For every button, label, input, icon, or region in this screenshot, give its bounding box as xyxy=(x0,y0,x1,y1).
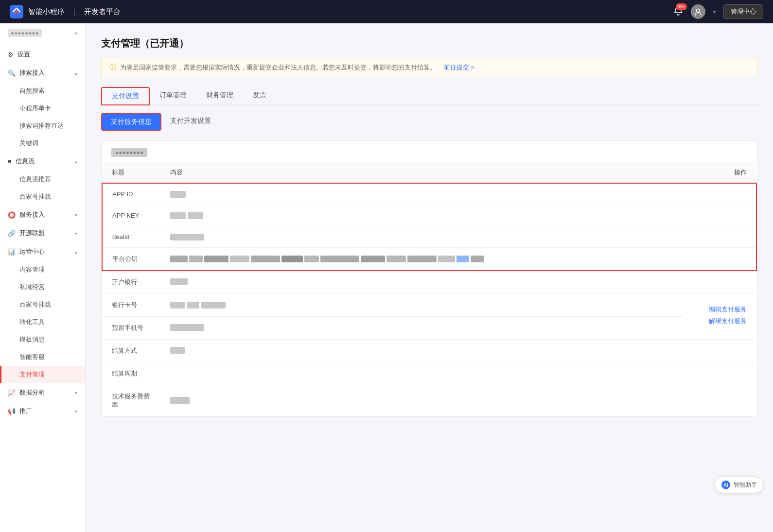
blur-block xyxy=(457,256,469,262)
sidebar-group-operations[interactable]: 📊 运营中心 ▴ xyxy=(0,242,85,261)
sidebar-group-promote[interactable]: 📢 推广 ▾ xyxy=(0,402,85,420)
sidebar-item-infoflow-recommend[interactable]: 信息流推荐 xyxy=(0,171,85,188)
col-header-title: 标题 xyxy=(102,162,160,183)
sidebar-item-payment[interactable]: 支付管理 xyxy=(0,366,85,383)
tab-finance-mgmt[interactable]: 财务管理 xyxy=(196,87,243,105)
logo: 智能小程序 | 开发者平台 xyxy=(10,5,121,18)
row-fee-action xyxy=(684,385,756,417)
unbind-payment-link[interactable]: 解绑支付服务 xyxy=(693,317,747,326)
sidebar-item-content-mgmt[interactable]: 内容管理 xyxy=(0,261,85,278)
row-pubkey-content xyxy=(160,248,684,271)
sidebar-item-baijiahao-mount[interactable]: 百家号挂载 xyxy=(0,188,85,206)
row-dealid-title: dealId xyxy=(102,226,160,248)
avatar[interactable] xyxy=(691,4,705,19)
sidebar-group-analytics[interactable]: 📈 数据分析 ▾ xyxy=(0,383,85,402)
secondary-tabs: 支付服务信息 支付开发设置 xyxy=(101,113,757,131)
sidebar-label-infoflow: 信息流 xyxy=(16,157,35,166)
edit-payment-link[interactable]: 编辑支付服务 xyxy=(693,305,747,314)
col-header-action: 操作 xyxy=(684,162,756,183)
sidebar-item-search-recommend[interactable]: 搜索词推荐直达 xyxy=(0,117,85,135)
notice-bar: ⓘ 为满足国家监管要求，需要您根据实际情况，重新提交企业和法人信息。若您未及时提… xyxy=(101,58,757,77)
row-appkey-title: APP KEY xyxy=(102,205,160,226)
sidebar-label-openalliance: 开源联盟 xyxy=(19,229,45,238)
row-bank-content xyxy=(160,271,684,294)
smart-assistant[interactable]: AI 智能助手 xyxy=(715,477,763,493)
sidebar-label-operations: 运营中心 xyxy=(19,247,45,256)
main-content: 支付管理（已开通） ⓘ 为满足国家监管要求，需要您根据实际情况，重新提交企业和法… xyxy=(86,23,773,532)
blur-block xyxy=(170,191,186,198)
logo-icon xyxy=(10,5,23,18)
infoflow-icon: ≡ xyxy=(8,158,12,165)
notification-bell[interactable]: 99+ xyxy=(673,6,683,17)
row-cardno-title: 银行卡号 xyxy=(102,294,160,317)
sidebar-item-settings[interactable]: ⚙ 设置 xyxy=(0,45,85,64)
row-bank-title: 开户银行 xyxy=(102,271,160,294)
primary-tabs: 支付设置 订单管理 财务管理 发票 xyxy=(101,87,757,105)
sidebar-item-template-msg[interactable]: 模板消息 xyxy=(0,331,85,348)
tab-payment-dev-settings[interactable]: 支付开发设置 xyxy=(161,113,220,131)
service-name: ●●●●●●●● xyxy=(102,141,757,162)
sidebar-item-conversion[interactable]: 转化工具 xyxy=(0,313,85,331)
bell-badge: 99+ xyxy=(676,3,687,11)
row-appid-content xyxy=(160,183,684,205)
chevron-down-icon: ▾ xyxy=(75,212,77,218)
openalliance-icon: 🔗 xyxy=(8,230,16,237)
sidebar-item-miniapp-card[interactable]: 小程序单卡 xyxy=(0,100,85,117)
tab-invoice[interactable]: 发票 xyxy=(243,87,276,105)
blur-block xyxy=(170,278,188,285)
sidebar-label-settings: 设置 xyxy=(18,50,30,59)
table-row: 预留手机号 xyxy=(102,317,756,340)
row-dealid-action xyxy=(684,226,756,248)
table-row: 银行卡号 编辑支付服务 解绑支付服务 xyxy=(102,294,756,317)
assistant-icon: AI xyxy=(721,480,731,490)
top-nav-right: 99+ ▾ 管理中心 xyxy=(673,4,763,19)
sidebar-group-infoflow[interactable]: ≡ 信息流 ▴ xyxy=(0,152,85,171)
sidebar-group-search[interactable]: 🔍 搜索接入 ▴ xyxy=(0,64,85,82)
blur-block xyxy=(170,212,186,219)
sidebar-item-smart-service[interactable]: 智能客服 xyxy=(0,348,85,366)
info-icon: ⓘ xyxy=(109,63,116,72)
chevron-up-icon: ▴ xyxy=(75,159,77,164)
sidebar-item-baijiahao-mount2[interactable]: 百家号挂载 xyxy=(0,296,85,313)
row-bank-action xyxy=(684,271,756,294)
sidebar-app-name: ●●●●●●●● xyxy=(8,29,42,37)
row-settlement-title: 结算方式 xyxy=(102,340,160,362)
table-row: APP ID xyxy=(102,183,756,205)
chevron-down-icon: ▾ xyxy=(75,231,77,236)
sidebar-item-keywords[interactable]: 关键词 xyxy=(0,135,85,152)
sidebar-item-natural-search[interactable]: 自然搜索 xyxy=(0,82,85,100)
tab-payment-settings[interactable]: 支付设置 xyxy=(101,87,150,105)
svg-point-1 xyxy=(697,9,700,13)
blur-block xyxy=(361,256,385,262)
chevron-down-icon: ▾ xyxy=(75,390,77,395)
sidebar-label-analytics: 数据分析 xyxy=(19,388,45,397)
sidebar-group-openalliance[interactable]: 🔗 开源联盟 ▾ xyxy=(0,224,85,242)
blur-block xyxy=(230,256,249,262)
sidebar: ●●●●●●●● ▾ ⚙ 设置 🔍 搜索接入 ▴ 自然搜索 小程序单卡 搜索词推… xyxy=(0,23,86,532)
promote-icon: 📢 xyxy=(8,408,16,415)
sidebar-top-item[interactable]: ●●●●●●●● ▾ xyxy=(0,23,85,43)
row-fee-title: 技术服务费费率 xyxy=(102,385,160,417)
chevron-up-icon: ▴ xyxy=(75,70,77,76)
blur-block xyxy=(251,256,280,262)
sidebar-item-private-domain[interactable]: 私域经营 xyxy=(0,278,85,296)
blur-block xyxy=(304,256,319,262)
settings-icon: ⚙ xyxy=(8,51,14,58)
sidebar-group-service[interactable]: ⭕ 服务接入 ▾ xyxy=(0,206,85,224)
row-cardno-action: 编辑支付服务 解绑支付服务 xyxy=(684,294,756,340)
platform-text: 开发者平台 xyxy=(84,7,121,17)
blur-block xyxy=(187,302,199,309)
blur-block xyxy=(170,256,188,262)
info-table: 标题 内容 操作 APP ID xyxy=(102,162,757,416)
blur-block xyxy=(188,212,203,219)
tab-payment-service-info[interactable]: 支付服务信息 xyxy=(101,113,161,131)
mgmt-center-button[interactable]: 管理中心 xyxy=(723,4,763,19)
row-cycle-content xyxy=(160,362,684,385)
layout: ●●●●●●●● ▾ ⚙ 设置 🔍 搜索接入 ▴ 自然搜索 小程序单卡 搜索词推… xyxy=(0,23,773,532)
blur-block xyxy=(320,256,359,262)
table-row: 平台公钥 xyxy=(102,248,756,271)
tab-order-mgmt[interactable]: 订单管理 xyxy=(150,87,196,105)
blur-block xyxy=(407,256,437,262)
blur-block xyxy=(281,256,303,262)
notice-link[interactable]: 前往提交 > xyxy=(444,63,474,72)
